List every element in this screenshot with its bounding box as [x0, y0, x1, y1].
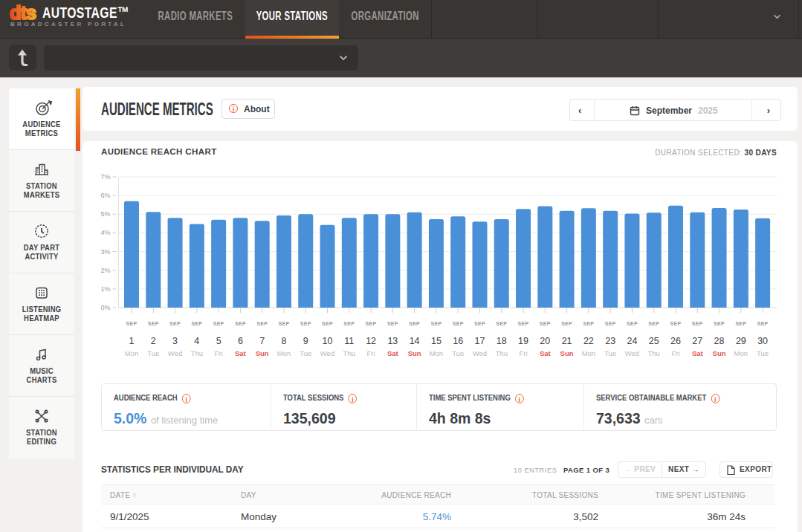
svg-text:SEP: SEP — [213, 321, 224, 326]
svg-text:11: 11 — [344, 336, 354, 346]
svg-text:25: 25 — [649, 336, 659, 346]
svg-text:0%: 0% — [100, 304, 110, 311]
svg-text:27: 27 — [692, 336, 702, 346]
svg-text:SEP: SEP — [387, 321, 398, 326]
svg-text:SEP: SEP — [627, 321, 638, 326]
svg-text:13: 13 — [387, 336, 398, 346]
svg-text:Wed: Wed — [473, 349, 487, 357]
svg-text:22: 22 — [583, 336, 594, 346]
svg-text:SEP: SEP — [169, 321, 181, 326]
svg-text:SEP: SEP — [453, 321, 464, 326]
svg-text:Fri: Fri — [215, 349, 223, 357]
svg-text:6%: 6% — [100, 192, 110, 199]
svg-text:SEP: SEP — [692, 321, 703, 326]
svg-text:Wed: Wed — [625, 349, 639, 357]
svg-text:5%: 5% — [100, 210, 110, 218]
svg-text:2%: 2% — [100, 267, 110, 274]
svg-text:12: 12 — [366, 336, 376, 346]
svg-text:Thu: Thu — [496, 349, 508, 357]
svg-text:Tue: Tue — [604, 349, 616, 357]
svg-text:Tue: Tue — [757, 349, 769, 357]
svg-text:7: 7 — [259, 336, 265, 346]
svg-text:SEP: SEP — [430, 321, 442, 326]
svg-text:Thu: Thu — [343, 349, 355, 357]
svg-text:SEP: SEP — [409, 321, 420, 326]
svg-text:SEP: SEP — [366, 321, 377, 326]
svg-text:19: 19 — [518, 336, 528, 346]
svg-text:SEP: SEP — [148, 321, 159, 326]
svg-text:26: 26 — [670, 336, 681, 346]
svg-text:SEP: SEP — [126, 321, 138, 326]
svg-text:Fri: Fri — [520, 349, 528, 357]
svg-text:Fri: Fri — [671, 349, 679, 357]
svg-text:20: 20 — [540, 336, 550, 346]
svg-text:18: 18 — [497, 336, 507, 346]
svg-text:1: 1 — [129, 336, 135, 346]
svg-text:16: 16 — [453, 336, 463, 346]
svg-text:SEP: SEP — [648, 321, 659, 326]
svg-text:Sun: Sun — [713, 349, 726, 357]
svg-text:Sat: Sat — [692, 349, 704, 357]
svg-text:17: 17 — [475, 336, 485, 346]
svg-text:Wed: Wed — [320, 349, 334, 357]
svg-text:15: 15 — [431, 336, 442, 346]
svg-text:Mon: Mon — [734, 349, 748, 357]
svg-text:Fri: Fri — [367, 349, 375, 357]
svg-text:8: 8 — [281, 336, 286, 346]
svg-text:SEP: SEP — [278, 321, 289, 326]
svg-text:3%: 3% — [100, 248, 110, 256]
svg-text:10: 10 — [323, 336, 333, 346]
svg-text:SEP: SEP — [343, 321, 355, 326]
svg-text:2: 2 — [151, 336, 156, 346]
svg-text:dts: dts — [10, 2, 36, 23]
svg-text:4: 4 — [194, 336, 199, 346]
svg-text:Sun: Sun — [408, 349, 421, 357]
svg-text:SEP: SEP — [757, 321, 769, 326]
svg-text:Mon: Mon — [430, 349, 443, 357]
svg-text:SEP: SEP — [474, 321, 485, 326]
svg-text:SEP: SEP — [518, 321, 529, 326]
svg-text:24: 24 — [627, 336, 637, 346]
svg-text:Thu: Thu — [648, 349, 660, 357]
svg-text:SEP: SEP — [322, 321, 333, 326]
svg-text:SEP: SEP — [735, 321, 746, 326]
svg-text:SEP: SEP — [583, 321, 594, 326]
svg-text:Wed: Wed — [168, 349, 182, 357]
svg-text:Mon: Mon — [582, 349, 595, 357]
svg-text:9: 9 — [303, 336, 308, 346]
svg-text:SEP: SEP — [670, 321, 682, 326]
svg-text:30: 30 — [757, 336, 768, 346]
svg-text:Sat: Sat — [235, 349, 247, 357]
svg-text:SEP: SEP — [714, 321, 725, 326]
svg-text:SEP: SEP — [300, 321, 311, 326]
svg-text:Tue: Tue — [452, 349, 464, 357]
svg-text:28: 28 — [714, 336, 725, 346]
svg-text:SEP: SEP — [496, 321, 507, 326]
svg-text:3: 3 — [172, 336, 178, 346]
svg-text:Sat: Sat — [540, 349, 552, 357]
svg-text:Sun: Sun — [560, 349, 574, 357]
svg-text:SEP: SEP — [191, 321, 202, 326]
svg-text:14: 14 — [410, 336, 420, 346]
svg-text:7%: 7% — [100, 173, 110, 181]
svg-text:29: 29 — [736, 336, 746, 346]
svg-text:Sat: Sat — [387, 349, 399, 357]
svg-text:Mon: Mon — [125, 349, 138, 357]
svg-text:SEP: SEP — [605, 321, 616, 326]
svg-text:Mon: Mon — [277, 349, 291, 357]
svg-text:21: 21 — [562, 336, 572, 346]
svg-text:5: 5 — [216, 336, 221, 346]
svg-text:SEP: SEP — [235, 321, 246, 326]
svg-text:SEP: SEP — [256, 321, 268, 326]
svg-text:1%: 1% — [100, 285, 110, 293]
svg-text:Thu: Thu — [191, 349, 203, 357]
svg-text:SEP: SEP — [561, 321, 572, 326]
svg-text:Tue: Tue — [147, 349, 159, 357]
svg-text:Sun: Sun — [256, 349, 269, 357]
svg-text:4%: 4% — [100, 229, 110, 236]
svg-text:Tue: Tue — [300, 349, 311, 357]
svg-text:6: 6 — [238, 336, 243, 346]
svg-text:SEP: SEP — [540, 321, 551, 326]
svg-text:23: 23 — [605, 336, 615, 346]
